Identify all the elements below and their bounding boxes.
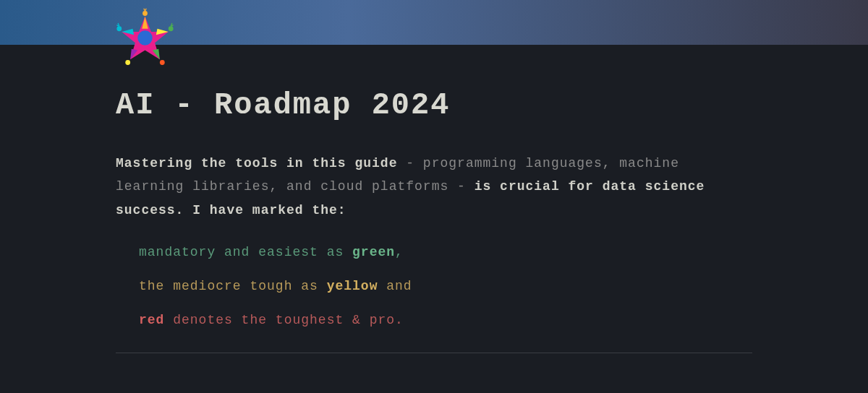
legend-green-prefix: mandatory and easiest as bbox=[139, 245, 352, 259]
legend-green-suffix: , bbox=[395, 245, 404, 259]
legend-red-line: red denotes the toughest & pro. bbox=[139, 310, 752, 331]
section-divider bbox=[116, 353, 752, 353]
svg-line-13 bbox=[145, 9, 147, 11]
legend-red-suffix: denotes the toughest & pro. bbox=[164, 313, 403, 327]
legend-yellow-prefix: the mediocre tough as bbox=[139, 279, 327, 293]
svg-point-11 bbox=[116, 26, 122, 31]
legend-green-keyword: green bbox=[352, 245, 395, 259]
svg-point-8 bbox=[169, 26, 174, 31]
legend-block: mandatory and easiest as green, the medi… bbox=[116, 242, 752, 330]
svg-point-7 bbox=[142, 11, 148, 16]
legend-yellow-suffix: and bbox=[378, 279, 412, 293]
svg-point-10 bbox=[125, 60, 130, 65]
legend-red-keyword: red bbox=[139, 313, 164, 327]
main-content: AI - Roadmap 2024 Mastering the tools in… bbox=[0, 45, 868, 353]
legend-yellow-line: the mediocre tough as yellow and bbox=[139, 276, 752, 297]
description-bold-1: Mastering the tools in this guide bbox=[116, 156, 397, 170]
legend-yellow-keyword: yellow bbox=[327, 279, 378, 293]
svg-point-9 bbox=[160, 60, 165, 65]
description-paragraph: Mastering the tools in this guide - prog… bbox=[116, 152, 752, 222]
page-title: AI - Roadmap 2024 bbox=[116, 88, 752, 123]
legend-green-line: mandatory and easiest as green, bbox=[139, 242, 752, 263]
pinata-logo-icon bbox=[114, 7, 176, 69]
svg-point-6 bbox=[137, 30, 152, 45]
